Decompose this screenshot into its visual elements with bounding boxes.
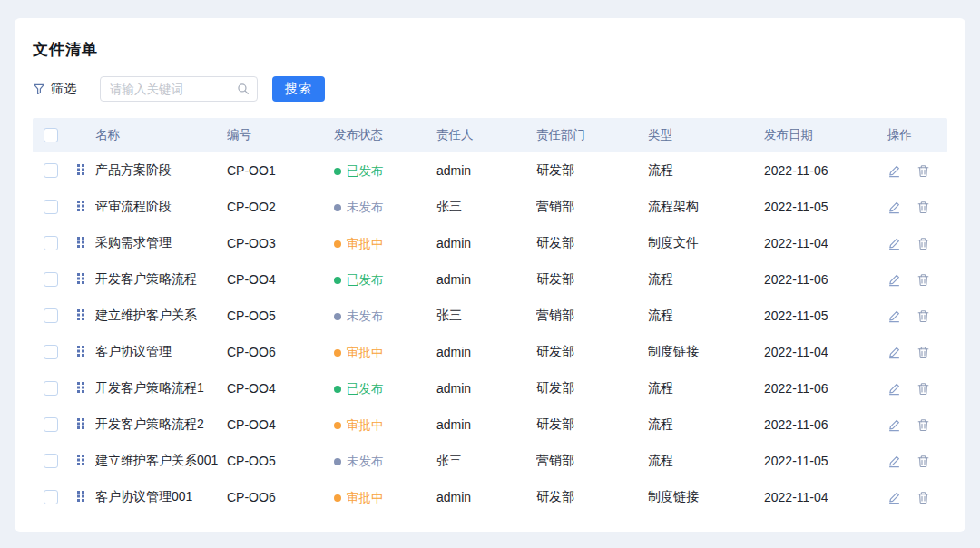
trash-icon bbox=[916, 273, 930, 287]
delete-button[interactable] bbox=[916, 382, 930, 396]
search-button[interactable]: 搜索 bbox=[272, 76, 325, 102]
filter-button[interactable]: 筛选 bbox=[33, 81, 76, 97]
pencil-icon bbox=[887, 455, 901, 468]
trash-icon bbox=[916, 455, 930, 468]
status-label: 已发布 bbox=[347, 381, 384, 397]
cell-department: 研发部 bbox=[536, 380, 648, 396]
cell-department: 研发部 bbox=[536, 344, 648, 360]
delete-button[interactable] bbox=[916, 201, 930, 214]
row-checkbox[interactable] bbox=[44, 381, 58, 396]
row-checkbox[interactable] bbox=[44, 200, 58, 214]
row-checkbox[interactable] bbox=[44, 490, 58, 504]
drag-handle-icon[interactable] bbox=[76, 416, 87, 429]
drag-handle-icon[interactable] bbox=[76, 380, 87, 393]
status-badge: 审批中 bbox=[334, 417, 384, 434]
delete-button[interactable] bbox=[916, 346, 930, 359]
cell-type: 制度文件 bbox=[648, 235, 764, 251]
table-row: 开发客户策略流程2 CP-OO4 审批中 admin 研发部 流程 2022-1… bbox=[33, 406, 947, 443]
drag-handle-icon[interactable] bbox=[76, 162, 87, 175]
drag-handle-icon[interactable] bbox=[76, 453, 87, 465]
cell-code: CP-OO6 bbox=[227, 345, 334, 359]
row-checkbox[interactable] bbox=[44, 417, 58, 432]
column-header-code: 编号 bbox=[227, 127, 334, 143]
delete-button[interactable] bbox=[916, 237, 930, 250]
delete-button[interactable] bbox=[916, 491, 930, 504]
status-badge: 已发布 bbox=[334, 381, 384, 397]
row-checkbox[interactable] bbox=[44, 345, 58, 359]
drag-handle-icon[interactable] bbox=[76, 199, 87, 211]
drag-handle-icon[interactable] bbox=[76, 489, 87, 502]
cell-owner: admin bbox=[436, 345, 536, 359]
cell-owner: admin bbox=[436, 272, 536, 287]
cell-type: 流程架构 bbox=[648, 199, 764, 215]
column-header-type: 类型 bbox=[648, 127, 764, 143]
trash-icon bbox=[916, 346, 930, 359]
delete-button[interactable] bbox=[916, 273, 930, 287]
row-checkbox[interactable] bbox=[44, 163, 58, 178]
delete-button[interactable] bbox=[916, 164, 930, 178]
cell-name: 采购需求管理 bbox=[95, 235, 227, 251]
status-label: 未发布 bbox=[347, 200, 384, 216]
table-row: 客户协议管理001 CP-OO6 审批中 admin 研发部 制度链接 2022… bbox=[33, 479, 947, 515]
cell-name: 开发客户策略流程 bbox=[95, 271, 227, 288]
page-title: 文件清单 bbox=[33, 40, 947, 60]
table-row: 客户协议管理 CP-OO6 审批中 admin 研发部 制度链接 2022-11… bbox=[33, 334, 947, 370]
trash-icon bbox=[916, 418, 930, 432]
cell-department: 营销部 bbox=[536, 453, 648, 469]
pencil-icon bbox=[887, 418, 901, 432]
edit-button[interactable] bbox=[887, 237, 901, 250]
row-checkbox[interactable] bbox=[44, 272, 58, 287]
table-row: 产品方案阶段 CP-OO1 已发布 admin 研发部 流程 2022-11-0… bbox=[33, 152, 947, 189]
table-row: 建立维护客户关系 CP-OO5 未发布 张三 营销部 流程 2022-11-05 bbox=[33, 298, 947, 334]
row-checkbox[interactable] bbox=[44, 454, 58, 468]
row-checkbox[interactable] bbox=[44, 236, 58, 250]
edit-button[interactable] bbox=[887, 164, 901, 178]
pencil-icon bbox=[887, 346, 901, 359]
cell-department: 营销部 bbox=[536, 199, 648, 215]
row-checkbox[interactable] bbox=[44, 308, 58, 323]
delete-button[interactable] bbox=[916, 309, 930, 323]
cell-code: CP-OO5 bbox=[227, 454, 334, 468]
column-header-date: 发布日期 bbox=[764, 127, 887, 143]
status-badge: 审批中 bbox=[334, 490, 384, 506]
drag-handle-icon[interactable] bbox=[76, 271, 87, 284]
cell-code: CP-OO4 bbox=[227, 417, 334, 432]
status-label: 未发布 bbox=[347, 454, 384, 470]
edit-button[interactable] bbox=[887, 346, 901, 359]
status-dot-icon bbox=[334, 168, 341, 175]
cell-name: 产品方案阶段 bbox=[95, 162, 227, 179]
cell-date: 2022-11-06 bbox=[764, 381, 887, 396]
cell-department: 研发部 bbox=[536, 489, 648, 505]
column-header-department: 责任部门 bbox=[536, 127, 648, 143]
drag-handle-icon[interactable] bbox=[76, 344, 87, 357]
file-list-card: 文件清单 筛选 搜索 名称 编号 发布状态 bbox=[15, 18, 965, 532]
cell-type: 制度链接 bbox=[648, 344, 764, 360]
cell-date: 2022-11-05 bbox=[764, 454, 887, 468]
status-badge: 审批中 bbox=[334, 345, 384, 361]
trash-icon bbox=[916, 309, 930, 323]
cell-date: 2022-11-04 bbox=[764, 345, 887, 359]
cell-date: 2022-11-04 bbox=[764, 236, 887, 250]
status-badge: 未发布 bbox=[334, 454, 384, 470]
column-header-name: 名称 bbox=[95, 127, 227, 143]
cell-code: CP-OO6 bbox=[227, 490, 334, 504]
drag-handle-icon[interactable] bbox=[76, 235, 87, 248]
edit-button[interactable] bbox=[887, 201, 901, 214]
status-label: 未发布 bbox=[347, 308, 384, 325]
cell-type: 流程 bbox=[648, 453, 764, 469]
cell-owner: admin bbox=[436, 490, 536, 504]
trash-icon bbox=[916, 237, 930, 250]
status-label: 审批中 bbox=[347, 236, 384, 252]
edit-button[interactable] bbox=[887, 382, 901, 396]
edit-button[interactable] bbox=[887, 273, 901, 287]
edit-button[interactable] bbox=[887, 491, 901, 504]
search-input[interactable] bbox=[100, 76, 258, 102]
delete-button[interactable] bbox=[916, 418, 930, 432]
cell-name: 客户协议管理 bbox=[95, 344, 227, 360]
drag-handle-icon[interactable] bbox=[76, 308, 87, 320]
edit-button[interactable] bbox=[887, 309, 901, 323]
delete-button[interactable] bbox=[916, 455, 930, 468]
select-all-checkbox[interactable] bbox=[44, 128, 58, 142]
edit-button[interactable] bbox=[887, 418, 901, 432]
edit-button[interactable] bbox=[887, 455, 901, 468]
